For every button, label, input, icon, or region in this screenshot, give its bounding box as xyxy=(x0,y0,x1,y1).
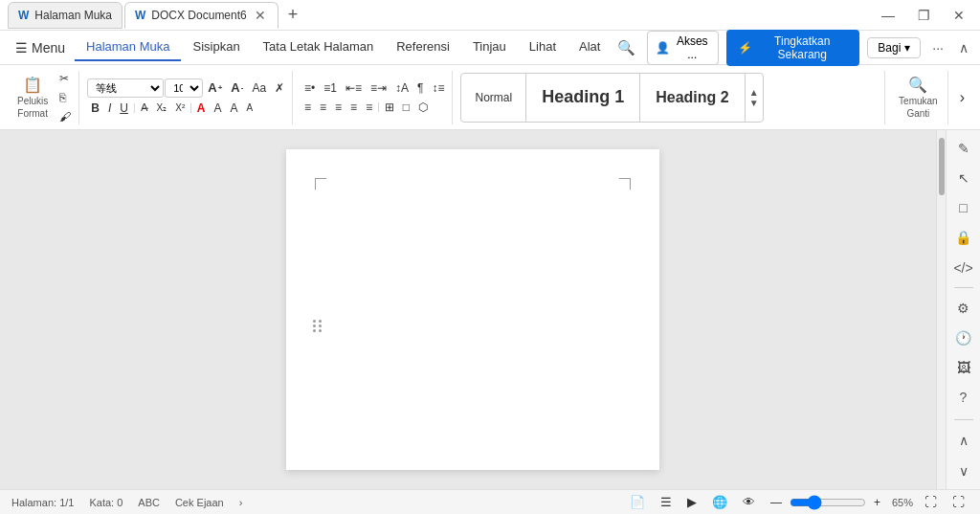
num-list-button[interactable]: ≡1 xyxy=(320,79,341,97)
italic-button[interactable]: I xyxy=(104,100,115,117)
document-content[interactable] xyxy=(286,149,659,470)
format-painter-button[interactable]: 🖌 xyxy=(56,108,75,125)
sidebar-lock-button[interactable]: 🔒 xyxy=(949,224,978,252)
page-layout-button[interactable]: 📄 xyxy=(626,493,649,511)
subscript-button[interactable]: X₂ xyxy=(153,101,171,115)
menu-bar: ☰ Menu Halaman Muka Sisipkan Tata Letak … xyxy=(0,31,980,65)
paste-label2: Format xyxy=(17,108,48,119)
zoom-slider[interactable] xyxy=(790,495,866,510)
outdent-button[interactable]: ⇤≡ xyxy=(342,79,366,97)
menu-tab-references[interactable]: Referensi xyxy=(385,34,461,61)
para-row2: ≡ ≡ ≡ ≡ ≡ | ⊞ □ ⬡ xyxy=(301,99,448,116)
copy-button[interactable]: ⎘ xyxy=(56,89,70,106)
sidebar-code-button[interactable]: </> xyxy=(949,254,978,281)
hamburger-icon: ☰ xyxy=(15,40,28,56)
clear-format-button[interactable]: ✗ xyxy=(271,79,288,97)
editor-area[interactable] xyxy=(0,130,946,489)
scroll-track[interactable] xyxy=(936,130,946,489)
document-page[interactable] xyxy=(286,149,659,470)
fullscreen-button[interactable]: ⛶ xyxy=(948,493,969,511)
bold-button[interactable]: B xyxy=(87,100,103,117)
font-color-button[interactable]: A xyxy=(193,100,210,117)
sidebar-settings-button[interactable]: ⚙ xyxy=(949,294,978,322)
spell-check-arrow[interactable]: › xyxy=(239,497,243,508)
sidebar-up-button[interactable]: ∧ xyxy=(949,426,978,455)
sidebar-crop-button[interactable]: □ xyxy=(949,193,978,221)
font-shrink-button[interactable]: A- xyxy=(227,78,247,97)
align-left-button[interactable]: ≡ xyxy=(301,99,315,116)
sidebar-image-button[interactable]: 🖼 xyxy=(949,354,978,382)
line-spacing-button[interactable]: ↕≡ xyxy=(428,79,448,97)
sidebar-cursor-button[interactable]: ↖ xyxy=(949,164,978,191)
paste-button[interactable]: 📋 Pelukis Format xyxy=(11,73,54,123)
bullet-list-button[interactable]: ≡• xyxy=(301,79,319,97)
superscript-button[interactable]: X² xyxy=(171,101,189,115)
border-para-button[interactable]: □ xyxy=(399,99,413,116)
paragraph-mark-button[interactable]: ¶ xyxy=(413,79,427,97)
case-button[interactable]: Aa xyxy=(248,79,270,97)
sidebar-help-button[interactable]: ? xyxy=(949,384,978,412)
share-button[interactable]: Bagi ▾ xyxy=(867,37,921,58)
justify-button[interactable]: ≡ xyxy=(346,99,361,116)
menu-tab-home[interactable]: Halaman Muka xyxy=(75,34,181,61)
tab-home-icon: W xyxy=(18,9,29,22)
sidebar-history-button[interactable]: 🕐 xyxy=(949,324,978,351)
tab-document[interactable]: W DOCX Document6 ✕ xyxy=(124,2,278,29)
highlight-button[interactable]: A xyxy=(211,100,226,117)
menu-tab-insert[interactable]: Sisipkan xyxy=(181,34,251,61)
style-heading1[interactable]: Heading 1 xyxy=(526,74,640,122)
upgrade-button[interactable]: ⚡ Tingkatkan Sekarang xyxy=(726,30,859,66)
web-layout-button[interactable]: 🌐 xyxy=(708,493,731,511)
menu-tab-tools[interactable]: Alat xyxy=(568,34,612,61)
zoom-out-button[interactable]: — xyxy=(767,494,786,511)
font-row1: 等线 10 A+ A- Aa ✗ xyxy=(87,78,288,98)
search-button[interactable]: 🔍 xyxy=(613,35,639,60)
sidebar-pen-button[interactable]: ✎ xyxy=(949,134,978,162)
cut-button[interactable]: ✂ xyxy=(56,70,73,87)
indent-button[interactable]: ≡⇥ xyxy=(367,79,390,97)
style-heading2[interactable]: Heading 2 xyxy=(640,74,745,122)
fit-page-button[interactable]: ⛶ xyxy=(921,493,941,511)
collapse-ribbon-button[interactable]: ∧ xyxy=(955,36,972,59)
menubar-right: 🔍 👤 Akses ... ⚡ Tingkatkan Sekarang Bagi… xyxy=(613,30,972,66)
zoom-in-button[interactable]: + xyxy=(870,494,884,511)
align-right-button[interactable]: ≡ xyxy=(331,99,345,116)
border-button[interactable]: A xyxy=(243,101,257,115)
restore-button[interactable]: ❐ xyxy=(910,4,938,27)
align-center-button[interactable]: ≡ xyxy=(316,99,330,116)
menu-tab-view[interactable]: Lihat xyxy=(518,34,568,61)
font-name-select[interactable]: 等线 xyxy=(87,78,164,98)
style-scroll-buttons[interactable]: ▲ ▼ xyxy=(746,85,763,110)
strikethrough-button[interactable]: A̶ xyxy=(137,100,152,116)
menu-tab-review[interactable]: Tinjau xyxy=(461,34,518,61)
find-replace-button[interactable]: 🔍 Temukan Ganti xyxy=(893,73,944,123)
user-button[interactable]: 👤 Akses ... xyxy=(647,31,719,65)
clipboard-row1: ✂ xyxy=(56,70,75,87)
tab-home[interactable]: W Halaman Muka xyxy=(8,2,122,29)
font-grow-button[interactable]: A+ xyxy=(204,78,226,97)
more-options-button[interactable]: ··· xyxy=(928,36,947,59)
menu-icon[interactable]: ☰ Menu xyxy=(8,36,73,59)
table-button[interactable]: ⊞ xyxy=(381,99,398,116)
close-button[interactable]: ✕ xyxy=(946,4,972,27)
read-view-button[interactable]: 👁 xyxy=(739,493,759,511)
outline-view-button[interactable]: ☰ xyxy=(657,493,676,511)
shapes-button[interactable]: ⬡ xyxy=(414,99,432,116)
shading-button[interactable]: A xyxy=(227,100,242,117)
spell-check-label[interactable]: Cek Ejaan xyxy=(175,497,224,508)
distribute-button[interactable]: ≡ xyxy=(362,99,376,116)
tab-document-icon: W xyxy=(135,9,145,22)
font-size-select[interactable]: 10 xyxy=(165,78,203,98)
style-normal[interactable]: Normal xyxy=(461,74,526,122)
ribbon-scroll-right[interactable]: › xyxy=(952,85,972,110)
new-tab-button[interactable]: + xyxy=(280,3,306,27)
tab-close-button[interactable]: ✕ xyxy=(253,8,268,23)
sidebar-down-button[interactable]: ∨ xyxy=(949,457,978,485)
scroll-thumb[interactable] xyxy=(939,138,945,195)
play-button[interactable]: ▶ xyxy=(683,493,701,511)
sort-button[interactable]: ↕A xyxy=(391,79,412,97)
menu-tab-layout[interactable]: Tata Letak Halaman xyxy=(252,34,386,61)
spell-check-icon[interactable]: ABC xyxy=(138,497,160,508)
minimize-button[interactable]: — xyxy=(874,4,902,27)
underline-button[interactable]: U xyxy=(116,100,132,117)
